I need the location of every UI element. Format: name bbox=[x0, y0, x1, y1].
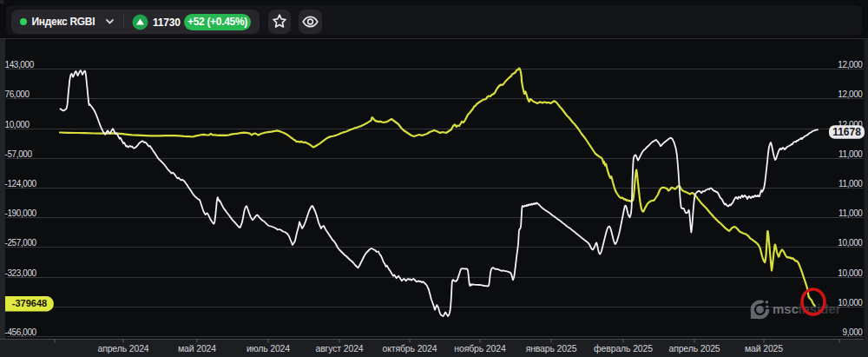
svg-text:апрель 2025: апрель 2025 bbox=[668, 343, 720, 354]
svg-text:10,000: 10,000 bbox=[838, 238, 863, 248]
svg-text:10,000: 10,000 bbox=[5, 120, 30, 129]
svg-text:12,000: 12,000 bbox=[838, 60, 863, 69]
svg-text:143,000: 143,000 bbox=[5, 60, 35, 69]
svg-text:msc: msc bbox=[773, 301, 799, 316]
svg-text:октябрь 2024: октябрь 2024 bbox=[383, 343, 437, 354]
svg-text:январь 2025: январь 2025 bbox=[526, 343, 577, 354]
svg-text:апрель 2024: апрель 2024 bbox=[97, 343, 148, 354]
svg-text:май 2024: май 2024 bbox=[178, 343, 216, 354]
svg-text:12,000: 12,000 bbox=[838, 89, 863, 99]
svg-text:-257,000: -257,000 bbox=[5, 238, 37, 248]
svg-text:10,000: 10,000 bbox=[838, 268, 863, 278]
svg-text:-456,000: -456,000 bbox=[5, 327, 37, 337]
svg-text:-190,000: -190,000 bbox=[5, 208, 37, 218]
svg-text:-124,000: -124,000 bbox=[5, 179, 37, 188]
svg-text:9,000: 9,000 bbox=[842, 327, 863, 337]
svg-text:11678: 11678 bbox=[832, 126, 861, 138]
svg-text:11,000: 11,000 bbox=[838, 208, 863, 218]
svg-text:-323,000: -323,000 bbox=[5, 268, 37, 278]
svg-text:-379648: -379648 bbox=[12, 298, 47, 308]
svg-text:ноябрь 2024: ноябрь 2024 bbox=[454, 343, 506, 354]
svg-text:-57,000: -57,000 bbox=[5, 149, 33, 159]
svg-text:июль 2024: июль 2024 bbox=[247, 343, 290, 354]
svg-text:май 2025: май 2025 bbox=[745, 343, 783, 354]
svg-text:февраль 2025: февраль 2025 bbox=[594, 343, 653, 354]
svg-text:август 2024: август 2024 bbox=[315, 343, 363, 354]
svg-text:11,000: 11,000 bbox=[838, 179, 863, 188]
svg-text:11,000: 11,000 bbox=[838, 149, 863, 159]
svg-text:76,000: 76,000 bbox=[5, 89, 30, 99]
svg-text:10,000: 10,000 bbox=[838, 298, 863, 307]
